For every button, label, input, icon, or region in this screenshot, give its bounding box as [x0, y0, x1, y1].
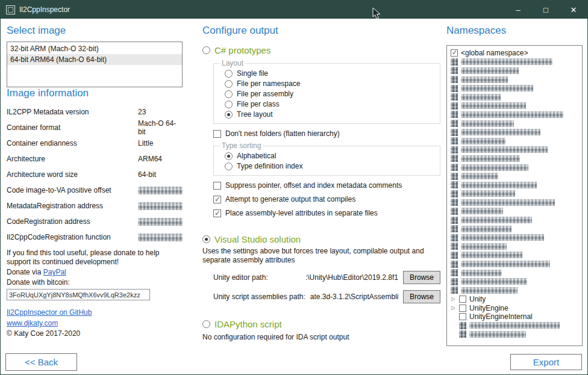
namespace-row-redacted[interactable] [449, 215, 580, 225]
radio-icon[interactable] [225, 90, 233, 98]
checkbox-icon-checked[interactable] [213, 196, 221, 203]
suppress-comments-checkbox[interactable]: Suppress pointer, offset and index metad… [213, 181, 442, 190]
radio-icon[interactable] [225, 101, 233, 108]
namespace-row-redacted[interactable] [449, 268, 580, 277]
namespace-row-redacted[interactable] [449, 66, 580, 75]
namespace-row-redacted[interactable] [449, 286, 580, 295]
radio-icon-selected[interactable] [202, 235, 210, 243]
namespace-row[interactable]: ▷UnityEngine [449, 303, 580, 312]
checkbox-icon-checked[interactable] [213, 209, 221, 217]
image-option-32bit[interactable]: 32-bit ARM (Mach-O 32-bit) [7, 43, 182, 54]
radio-icon[interactable] [225, 163, 233, 170]
csharp-prototypes-radio[interactable]: C# prototypes [202, 45, 442, 55]
redacted-checkbox [451, 164, 458, 171]
flatten-hierarchy-checkbox[interactable]: Don't nest folders (flatten hierarchy) [213, 129, 442, 138]
namespace-row-redacted[interactable] [449, 102, 580, 111]
namespace-row-redacted[interactable] [449, 251, 580, 260]
redacted-checkbox [451, 199, 458, 206]
sorting-alphabetical-radio[interactable]: Alphabetical [225, 152, 435, 160]
layout-file-per-assembly-radio[interactable]: File per assembly [225, 90, 435, 98]
namespace-row-redacted[interactable] [449, 321, 580, 330]
namespace-row-redacted[interactable] [449, 163, 580, 172]
namespace-row[interactable]: <global namespace> [449, 49, 580, 58]
visual-studio-solution-radio[interactable]: Visual Studio solution [202, 234, 442, 244]
namespace-row-redacted[interactable] [449, 137, 580, 146]
namespace-checkbox[interactable] [459, 313, 466, 320]
redacted-checkbox [451, 243, 458, 250]
expander-icon[interactable]: ▷ [451, 305, 456, 311]
redacted-checkbox [451, 261, 458, 268]
bitcoin-address-input[interactable] [7, 289, 150, 300]
github-link[interactable]: Il2CppInspector on GitHub [7, 308, 92, 317]
browse-editor-path-button[interactable]: Browse [403, 271, 440, 284]
info-row: Architecture ARM64 [7, 151, 183, 167]
namespace-row-redacted[interactable] [449, 128, 580, 137]
radio-icon[interactable] [202, 46, 210, 54]
mouse-cursor [372, 7, 381, 20]
namespace-row-redacted[interactable] [449, 75, 580, 84]
browse-script-path-button[interactable]: Browse [403, 290, 440, 303]
namespace-checkbox[interactable] [459, 305, 466, 312]
radio-icon-selected[interactable] [225, 152, 233, 160]
namespace-row-redacted[interactable] [449, 172, 580, 181]
redacted-namespace-label [461, 102, 526, 109]
layout-tree-layout-radio[interactable]: Tree layout [225, 110, 435, 119]
idapython-script-radio[interactable]: IDAPython script [202, 319, 442, 329]
assembly-attributes-checkbox[interactable]: Place assembly-level attributes in separ… [213, 209, 442, 217]
window-title: Il2CppInspector [19, 5, 70, 14]
image-option-64bit[interactable]: 64-bit ARM64 (Mach-O 64-bit) [7, 54, 182, 65]
back-button[interactable]: << Back [5, 353, 77, 371]
namespace-row-redacted[interactable] [449, 93, 580, 102]
namespace-row-redacted[interactable] [449, 207, 580, 216]
radio-icon[interactable] [225, 70, 233, 78]
checkbox-icon[interactable] [213, 182, 221, 190]
namespace-row-redacted[interactable] [449, 110, 580, 119]
namespace-row-redacted[interactable] [449, 242, 580, 251]
namespace-label: UnityEngine [469, 304, 508, 312]
sorting-type-definition-index-radio[interactable]: Type definition index [225, 162, 435, 170]
namespace-row-redacted[interactable] [449, 146, 580, 155]
namespace-row-redacted[interactable] [449, 233, 580, 242]
expander-icon[interactable]: ▷ [451, 296, 456, 302]
namespace-row[interactable]: ▷Unity [449, 295, 580, 304]
namespace-row-redacted[interactable] [449, 225, 580, 234]
checkbox-icon[interactable] [213, 130, 221, 138]
namespace-row[interactable]: UnityEngineInternal [449, 312, 580, 321]
redacted-checkbox [451, 120, 458, 127]
redacted-namespace-label [469, 331, 526, 338]
layout-single-file-radio[interactable]: Single file [225, 69, 435, 78]
namespace-checkbox[interactable] [459, 296, 466, 303]
compilable-output-checkbox[interactable]: Attempt to generate output that compiles [213, 195, 442, 203]
layout-file-per-class-radio[interactable]: File per class [225, 100, 435, 108]
image-info-table: IL2CPP Metadata version 23 Container for… [7, 104, 183, 245]
info-row: Code image-to-VA positive offset [7, 182, 183, 198]
layout-file-per-namespace-radio[interactable]: File per namespace [225, 79, 435, 88]
radio-icon-selected[interactable] [225, 111, 233, 119]
namespace-row-redacted[interactable] [449, 190, 580, 199]
maximize-button[interactable]: □ [532, 1, 560, 19]
namespace-row-redacted[interactable] [449, 58, 580, 67]
minimize-button[interactable]: – [504, 1, 532, 19]
redacted-namespace-label [461, 287, 518, 294]
app-window: Il2CppInspector – □ ✕ Select image 32-bi… [0, 0, 588, 375]
radio-icon[interactable] [202, 320, 210, 328]
namespace-row-redacted[interactable] [449, 277, 580, 286]
namespace-row-redacted[interactable] [449, 259, 580, 268]
image-listbox[interactable]: 32-bit ARM (Mach-O 32-bit) 64-bit ARM64 … [7, 42, 183, 87]
namespace-row-redacted[interactable] [449, 198, 580, 207]
info-value: Little [138, 139, 153, 147]
info-row: MetadataRegistration address [7, 198, 183, 214]
namespaces-list[interactable]: <global namespace>▷Unity▷UnityEngineUnit… [446, 45, 583, 346]
export-button[interactable]: Export [510, 354, 582, 370]
namespace-checkbox-checked[interactable] [451, 49, 458, 57]
namespace-row-redacted[interactable] [449, 330, 580, 339]
website-link[interactable]: www.djkaty.com [7, 318, 58, 328]
redacted-checkbox [451, 137, 458, 144]
close-button[interactable]: ✕ [560, 1, 587, 19]
namespace-row-redacted[interactable] [449, 119, 580, 128]
namespace-row-redacted[interactable] [449, 181, 580, 190]
paypal-link[interactable]: PayPal [43, 268, 66, 277]
namespace-row-redacted[interactable] [449, 84, 580, 93]
namespace-row-redacted[interactable] [449, 154, 580, 163]
radio-icon[interactable] [225, 80, 233, 88]
